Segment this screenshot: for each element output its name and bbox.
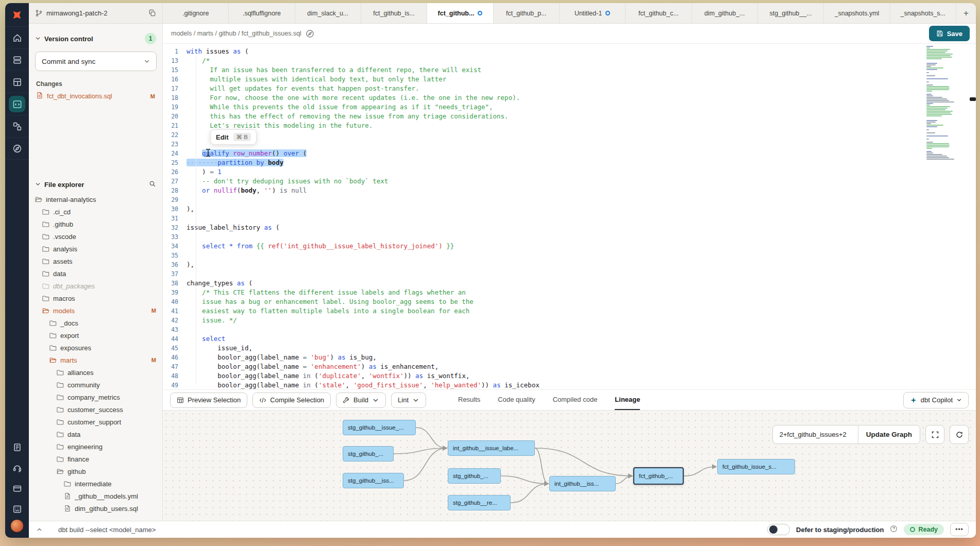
tree-item-dim_github_users.sql[interactable]: dim_github_users.sql [29,502,162,515]
update-graph-button[interactable]: Update Graph [858,425,920,443]
file-explorer-header[interactable]: File explorer [29,176,162,193]
tree-item-data[interactable]: data [29,428,162,440]
tree-item-engineering[interactable]: engineering [29,440,162,453]
code-line-39[interactable]: 39 /* This CTE flattens the different is… [163,288,976,297]
search-icon[interactable] [149,180,156,189]
code-line-1[interactable]: 1with issues as ( [163,47,976,56]
tab-fct_github_p...[interactable]: fct_github_p... [494,3,560,23]
minimap[interactable] [926,46,967,160]
lineage-node-n7[interactable]: int_github__iss... [549,476,616,491]
tree-item-.ci_cd[interactable]: .ci_cd [29,206,162,218]
rail-home-icon[interactable] [5,27,29,49]
code-line-45[interactable]: 45 issue_id, [163,344,976,353]
tab-compiled-code[interactable]: Compiled code [553,390,598,410]
code-line-36[interactable]: 36), [163,260,976,269]
code-line-48[interactable]: 48 boolor_agg(label_name in ('duplicate'… [163,371,976,381]
tab-.gitignore[interactable]: .gitignore [163,3,229,23]
code-line-35[interactable]: 35 [163,251,976,260]
refresh-button[interactable] [950,425,969,444]
code-line-25[interactable]: 25········partition by body [163,158,976,167]
tree-item-internal-analytics[interactable]: internal-analytics [29,193,162,206]
tab-untitled-1[interactable]: Untitled-1 [560,3,626,23]
version-control-header[interactable]: Version control 1 [29,29,162,48]
tree-item-.vscode[interactable]: .vscode [29,230,162,243]
tree-item-finance[interactable]: finance [29,453,162,465]
rail-develop-icon[interactable] [5,93,29,115]
code-line-19[interactable]: 19 While this prevents the old issue fro… [163,103,976,112]
rail-notes-icon[interactable] [5,437,29,457]
tree-item-analysis[interactable]: analysis [29,243,162,255]
tab-stg_github__...[interactable]: stg_github__... [758,3,824,23]
code-line-22[interactable]: 22 [163,130,976,140]
commit-and-sync-button[interactable]: Commit and sync [35,52,157,71]
code-line-38[interactable]: 38change_types as ( [163,279,976,288]
code-line-47[interactable]: 47 boolor_agg(label_name = 'enhancement'… [163,362,976,371]
tab-dim_slack_u...[interactable]: dim_slack_u... [295,3,361,23]
lineage-node-n3[interactable]: stg_github__iss... [343,473,404,488]
tab-_snapshots.yml[interactable]: _snapshots.yml [824,3,890,23]
code-line-49[interactable]: 49 boolor_agg(label_name in ('stale', 'g… [163,381,976,389]
rail-support-icon[interactable] [5,457,29,478]
code-line-20[interactable]: 20 this has the effect of removing the n… [163,112,976,121]
code-line-13[interactable]: 13 /* [163,56,976,65]
code-line-16[interactable]: 16 multiple issues with identical body t… [163,75,976,84]
code-line-28[interactable]: 28 or nullif(body, '') is null [163,186,976,195]
build-button[interactable]: Build [336,393,386,408]
help-icon[interactable] [890,525,898,535]
compile-selection-button[interactable]: Compile Selection [252,393,331,408]
rail-environments-icon[interactable] [5,115,29,138]
code-line-15[interactable]: 15 If an issue has been transferred to a… [163,65,976,75]
tab-results[interactable]: Results [458,390,480,410]
tree-item-marts[interactable]: martsM [29,354,162,366]
code-line-46[interactable]: 46 boolor_agg(label_name = 'bug') as is_… [163,353,976,362]
tree-item-_github__models.yml[interactable]: _github__models.yml [29,490,162,502]
tree-item-.github[interactable]: .github [29,218,162,230]
expand-command-bar-button[interactable] [36,526,43,533]
rail-orchestrate-icon[interactable] [5,71,29,93]
file-docs-icon[interactable] [306,29,314,38]
code-line-44[interactable]: 44 select [163,334,976,344]
code-line-42[interactable]: 42 issue. */ [163,316,976,325]
code-line-24[interactable]: 24 qualify row_number() over ( [163,149,976,158]
code-line-17[interactable]: 17 will get updates for events that happ… [163,84,976,93]
user-avatar[interactable] [10,519,24,533]
lineage-node-n4[interactable]: int_github__issue_labe... [448,440,535,456]
lineage-node-n9[interactable]: fct_github_issue_s... [717,459,795,474]
tab-.sqlfluffignore[interactable]: .sqlfluffignore [229,3,295,23]
tree-item-community[interactable]: community [29,379,162,391]
more-options-button[interactable]: ••• [950,523,969,536]
copy-branch-icon[interactable] [148,9,156,17]
tree-item-macros[interactable]: macros [29,292,162,304]
tree-item-assets[interactable]: assets [29,255,162,267]
code-line-34[interactable]: 34 select * from {{ ref('int_github__iss… [163,242,976,251]
lint-button[interactable]: Lint [391,393,426,408]
tree-item-data[interactable]: data [29,267,162,280]
code-line-32[interactable]: 32issue_label_history as ( [163,223,976,232]
tab-_snapshots_s...[interactable]: _snapshots_s... [890,3,956,23]
code-line-40[interactable]: 40 issue has a bug or enhancement label.… [163,297,976,306]
tree-item-github[interactable]: github [29,465,162,477]
save-button[interactable]: Save [929,26,970,41]
tree-item-_docs[interactable]: _docs [29,317,162,329]
tab-dim_github_...[interactable]: dim_github_... [692,3,758,23]
lineage-node-n5[interactable]: stg_github_... [448,468,501,484]
code-line-33[interactable]: 33 [163,232,976,242]
code-editor[interactable]: 1with issues as (13 /*15 If an issue has… [163,44,976,389]
lineage-node-n6[interactable]: stg_github__re... [448,495,511,510]
code-line-26[interactable]: 26 ) = 1 [163,167,976,177]
rail-explore-icon[interactable] [5,138,29,160]
tree-item-exposures[interactable]: exposures [29,342,162,354]
rail-billing-icon[interactable] [5,478,29,499]
tree-item-customer_success[interactable]: customer_success [29,403,162,416]
lineage-node-n2[interactable]: stg_github_... [343,446,394,462]
edit-tooltip[interactable]: Edit ⌘ B [210,129,257,145]
code-line-18[interactable]: 18 For now, choose the one with more rec… [163,93,976,103]
code-line-21[interactable]: 21 Let's revisit this modeling in the fu… [163,121,976,130]
defer-toggle[interactable] [767,524,790,535]
tab-fct_github...[interactable]: fct_github... [427,3,493,23]
lineage-node-n8[interactable]: fct_github_... [633,467,684,485]
command-input[interactable]: dbt build --select <model_name> [58,526,761,534]
code-line-29[interactable]: 29 [163,195,976,204]
tab-lineage[interactable]: Lineage [615,390,640,410]
lineage-selector-input[interactable]: 2+fct_github_issues+2 [773,425,858,443]
